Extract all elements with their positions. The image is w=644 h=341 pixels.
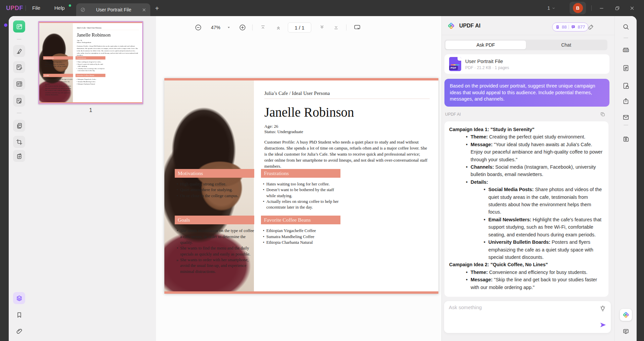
page-bottom-strip (164, 291, 438, 294)
previous-page-button[interactable] (274, 22, 283, 33)
send-icon (599, 321, 607, 329)
presentation-mode-button[interactable] (352, 22, 362, 33)
chevron-down-icon (552, 6, 555, 10)
save-button[interactable] (621, 134, 631, 145)
scroll-to-top-button[interactable] (258, 22, 268, 33)
ask-input-card (444, 301, 611, 333)
copy-response-button[interactable] (599, 110, 607, 118)
document-tab[interactable]: User Portrait File (76, 3, 150, 16)
toolbar-divider (252, 24, 253, 31)
close-window-button[interactable] (626, 0, 638, 16)
updf-ai-floating-button[interactable] (620, 309, 632, 321)
account-button[interactable]: B (570, 2, 586, 14)
clear-chat-button[interactable] (586, 22, 595, 32)
tab-chat[interactable]: Chat (526, 41, 606, 49)
titlebar: UPDF File Help User Portrait File + 1 (0, 0, 644, 16)
response-bullet: Theme: Creating the perfect quiet study … (449, 133, 604, 140)
edit-pdf-button[interactable] (13, 61, 25, 73)
menu-help[interactable]: Help (54, 0, 65, 16)
search-button[interactable] (621, 21, 631, 32)
ai-response-card: Campaign Idea 1: "Study in Serenity"Them… (444, 121, 608, 297)
attachment-panel-button[interactable] (13, 325, 25, 337)
window-count-dropdown[interactable]: 1 (547, 0, 555, 16)
scroll-to-bottom-button[interactable] (331, 22, 341, 33)
crop-tool-button[interactable] (13, 136, 25, 148)
file-meta: PDF · 21.2 KB · 1 pages (465, 65, 509, 70)
persona-box-list: •Ethiopian Yirgacheffe Coffee•Sumatra Ma… (75, 78, 105, 85)
feedback-button[interactable] (621, 326, 631, 337)
fill-sign-button[interactable] (13, 95, 25, 107)
restore-button[interactable] (611, 0, 623, 16)
persona-box-title: Frustrations (75, 56, 105, 60)
persona-bullet: •Doesn’t want to be bothered by the staf… (75, 63, 105, 67)
persona-box: Goals•She needs information on the type … (175, 216, 254, 274)
organize-pages-button[interactable] (13, 120, 25, 132)
toolbar-divider (17, 39, 21, 40)
toolbar-divider (624, 125, 628, 125)
ocr-button[interactable]: OCR (621, 44, 631, 55)
ai-usage-pill[interactable]: 88 877 (552, 22, 588, 32)
pdf-page[interactable]: Julia’s Cafe / Ideal User Persona Janell… (164, 78, 438, 294)
minimize-button[interactable] (596, 0, 607, 16)
paperclip-icon (16, 328, 23, 335)
persona-bullet: •Actually relies on strong coffee to hel… (261, 199, 340, 211)
form-tool-button[interactable] (13, 78, 25, 90)
ask-input[interactable] (449, 304, 596, 321)
tab-close-icon[interactable] (142, 8, 146, 12)
persona-status: Status: Undergraduate (264, 129, 430, 134)
zoom-dropdown-button[interactable] (226, 22, 232, 33)
persona-box: Motivations•High quality, strong coffee.… (175, 169, 254, 210)
share-button[interactable] (621, 96, 631, 107)
persona-bullet: •She needs information on the type of co… (175, 228, 254, 245)
tab-ask-pdf[interactable]: Ask PDF (445, 41, 526, 49)
pill-divider (569, 25, 569, 29)
watermark-tool-button[interactable] (13, 150, 25, 162)
response-bullet: Message: "Skip the line and get back to … (449, 276, 604, 291)
persona-bullet: •Sumatra Mandheling Coffee (261, 234, 340, 240)
toolbar-divider (624, 38, 628, 38)
reader-mode-button[interactable] (13, 20, 25, 33)
comment-tool-button[interactable] (13, 45, 25, 57)
protect-button[interactable] (621, 80, 631, 91)
toolbar-divider (17, 113, 21, 113)
titlebar-divider (25, 5, 26, 11)
page-number-input[interactable]: 1 / 1 (288, 22, 311, 33)
sign-document-icon (16, 97, 23, 104)
zoom-out-button[interactable] (194, 22, 203, 33)
layers-panel-button[interactable] (13, 292, 25, 304)
new-tab-button[interactable]: + (153, 4, 161, 13)
pdf-page-container: Julia’s Cafe / Ideal User Persona Janell… (164, 78, 438, 294)
prompt-ideas-button[interactable] (599, 305, 608, 314)
persona-status: Status: Undergraduate (77, 41, 139, 43)
next-page-button[interactable] (317, 22, 327, 33)
assistant-label: UPDF AI (445, 112, 461, 117)
send-button[interactable] (599, 321, 608, 329)
persona-box: Goals•She needs information on the type … (43, 74, 73, 96)
titlebar-divider (591, 5, 592, 11)
left-toolbar (9, 16, 30, 341)
mail-icon (622, 114, 630, 121)
persona-bullet: »She wants to order with her smartphone,… (175, 257, 254, 275)
persona-box-title: Motivations (175, 169, 254, 178)
convert-button[interactable] (621, 63, 631, 73)
persona-age: Age: 26 (264, 124, 430, 129)
copy-icon (600, 112, 605, 117)
zoom-in-button[interactable] (238, 22, 247, 33)
response-bullet: Theme: Convenience and efficiency for bu… (449, 269, 604, 276)
persona-bullet: »She wants to order with her smartphone,… (43, 90, 73, 96)
bookmark-panel-button[interactable] (13, 309, 25, 321)
menu-file[interactable]: File (32, 0, 40, 16)
thumbnail-panel: Julia’s Cafe / Ideal User Persona Janell… (30, 16, 156, 341)
pages-icon (16, 122, 23, 129)
chat-count-icon (571, 25, 576, 30)
page-thumbnail[interactable]: Julia’s Cafe / Ideal User Persona Janell… (38, 21, 143, 104)
email-button[interactable] (621, 112, 631, 123)
persona-box-title: Frustrations (261, 169, 340, 178)
persona-bullet: •High quality, strong coffee. (175, 181, 254, 187)
assistant-indicator-dot (4, 23, 7, 27)
highlighter-icon (16, 48, 23, 55)
persona-box-title: Goals (43, 74, 73, 77)
persona-header: Julia’s Cafe / Ideal User Persona (77, 27, 139, 29)
file-card[interactable]: PDF User Portrait File PDF · 21.2 KB · 1… (444, 54, 609, 74)
response-bullet: Message: "Your ideal study haven awaits … (449, 141, 604, 163)
